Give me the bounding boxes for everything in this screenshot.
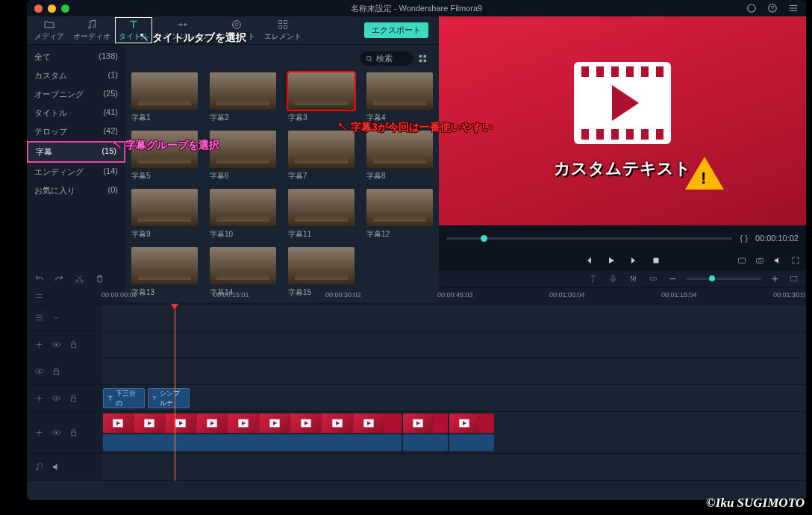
sidebar-item-all[interactable]: 全て(138) (27, 48, 125, 66)
audio-clip[interactable] (449, 434, 494, 451)
watermark: ©Iku SUGIMOTO (706, 496, 805, 511)
title-preset-thumb[interactable]: 字幕6 (210, 131, 276, 181)
fullscreen-icon[interactable] (791, 256, 800, 265)
sidebar-item-subtitle[interactable]: 字幕(15) (27, 141, 125, 163)
video-clip[interactable]: MVI_0237 (103, 413, 402, 433)
zoom-slider[interactable] (687, 278, 761, 280)
title-preset-thumb[interactable]: 字幕3 (288, 72, 355, 123)
lock-icon[interactable] (69, 393, 78, 403)
video-clip[interactable]: MVI_0237 (449, 413, 494, 433)
redo-button[interactable] (54, 274, 64, 284)
ruler-tick: 00:01:15:04 (661, 291, 697, 299)
title-preset-thumb[interactable]: 字幕9 (131, 189, 198, 240)
video-clip[interactable]: MVI_0237 (403, 413, 448, 433)
audio-clip[interactable] (103, 434, 402, 451)
lock-icon[interactable] (69, 340, 78, 349)
title-clip[interactable]: 下三分の (103, 388, 145, 408)
svg-point-5 (233, 21, 241, 29)
svg-point-34 (55, 397, 57, 399)
playback-scrubber[interactable] (446, 237, 732, 240)
marker-icon[interactable] (588, 274, 598, 284)
svg-rect-15 (424, 59, 427, 62)
film-placeholder-icon (574, 62, 671, 144)
play-button[interactable] (607, 256, 616, 265)
tab-elements[interactable]: エレメント (260, 16, 306, 44)
title-preset-thumb[interactable]: 字幕7 (288, 131, 355, 181)
title-preset-thumb[interactable]: 字幕10 (210, 189, 276, 240)
sidebar-item-favorites[interactable]: お気に入り(0) (27, 181, 125, 200)
add-icon[interactable] (34, 428, 44, 437)
link-icon[interactable] (649, 274, 658, 284)
snapshot-icon[interactable] (737, 256, 746, 265)
playhead[interactable] (175, 305, 175, 481)
notification-icon[interactable] (746, 3, 757, 13)
music-icon (34, 462, 44, 472)
tab-audio[interactable]: オーディオ (69, 16, 115, 44)
close-window[interactable] (34, 4, 43, 13)
sidebar-item-custom[interactable]: カスタム(1) (27, 66, 125, 85)
svg-point-37 (55, 431, 57, 433)
visibility-icon[interactable] (51, 393, 61, 403)
title-preset-thumb[interactable]: 字幕12 (366, 189, 433, 240)
visibility-icon[interactable] (34, 366, 44, 376)
svg-text:?: ? (771, 5, 775, 12)
undo-button[interactable] (34, 274, 44, 284)
search-input[interactable]: 検索 (360, 52, 413, 66)
sidebar-item-title[interactable]: タイトル(41) (27, 104, 125, 122)
lock-icon[interactable] (69, 428, 78, 437)
stop-button[interactable] (652, 256, 660, 265)
mixer-icon[interactable] (628, 274, 638, 284)
svg-rect-8 (284, 21, 287, 24)
camera-icon[interactable] (755, 256, 764, 265)
visibility-icon[interactable] (51, 428, 61, 437)
title-preset-thumb[interactable]: 字幕8 (366, 131, 433, 181)
svg-point-24 (633, 279, 634, 281)
title-track: 下三分の シンプルテ (27, 385, 806, 412)
timeline-ruler[interactable]: 00:00:00:0000:00:15:0100:00:30:0200:00:4… (102, 288, 806, 304)
ruler-tick: 00:00:00:00 (102, 291, 137, 299)
svg-point-6 (235, 23, 238, 26)
svg-rect-38 (71, 432, 76, 436)
title-clip[interactable]: シンプルテ (148, 388, 190, 408)
prev-frame-button[interactable] (584, 256, 593, 265)
svg-point-28 (55, 343, 57, 345)
category-sidebar: 全て(138) カスタム(1) オープニング(25) タイトル(41) テロップ… (27, 45, 125, 302)
export-button[interactable]: エクスポート (364, 22, 428, 38)
mic-icon[interactable] (608, 274, 618, 284)
visibility-icon[interactable] (51, 340, 61, 349)
sidebar-item-caption[interactable]: テロップ(42) (27, 122, 125, 141)
fit-icon[interactable] (789, 274, 799, 284)
track-type-icon (34, 313, 44, 322)
title-preset-thumb[interactable]: 字幕2 (210, 72, 276, 123)
chevron-down-icon[interactable] (51, 313, 61, 322)
add-icon[interactable] (34, 393, 44, 403)
add-icon[interactable] (34, 340, 44, 349)
title-preset-thumb[interactable]: 字幕1 (131, 72, 198, 123)
delete-button[interactable] (95, 274, 104, 284)
maximize-window[interactable] (61, 4, 69, 13)
mute-icon[interactable] (51, 462, 61, 472)
help-icon[interactable]: ? (767, 3, 778, 13)
lock-icon[interactable] (51, 366, 61, 376)
minimize-window[interactable] (48, 4, 56, 13)
preview-title-text: カスタムテキスト (554, 157, 691, 180)
sidebar-item-ending[interactable]: エンディング(14) (27, 163, 125, 181)
svg-point-11 (366, 56, 371, 60)
svg-point-23 (631, 276, 632, 278)
collapse-icon[interactable] (34, 291, 44, 301)
volume-icon[interactable] (773, 256, 782, 265)
svg-point-31 (38, 370, 40, 372)
audio-clip[interactable] (403, 434, 448, 451)
tab-media[interactable]: メディア (30, 16, 69, 44)
menu-icon[interactable] (788, 3, 799, 13)
title-preset-thumb[interactable]: 字幕4 (366, 72, 433, 123)
next-frame-button[interactable] (629, 256, 638, 265)
grid-view-icon[interactable] (418, 54, 428, 64)
sidebar-item-opening[interactable]: オープニング(25) (27, 85, 125, 104)
svg-point-0 (748, 4, 756, 13)
track-row (27, 331, 806, 358)
cut-button[interactable] (75, 274, 84, 284)
svg-point-50 (37, 469, 38, 470)
title-preset-thumb[interactable]: 字幕11 (288, 189, 355, 240)
svg-rect-9 (279, 25, 282, 28)
